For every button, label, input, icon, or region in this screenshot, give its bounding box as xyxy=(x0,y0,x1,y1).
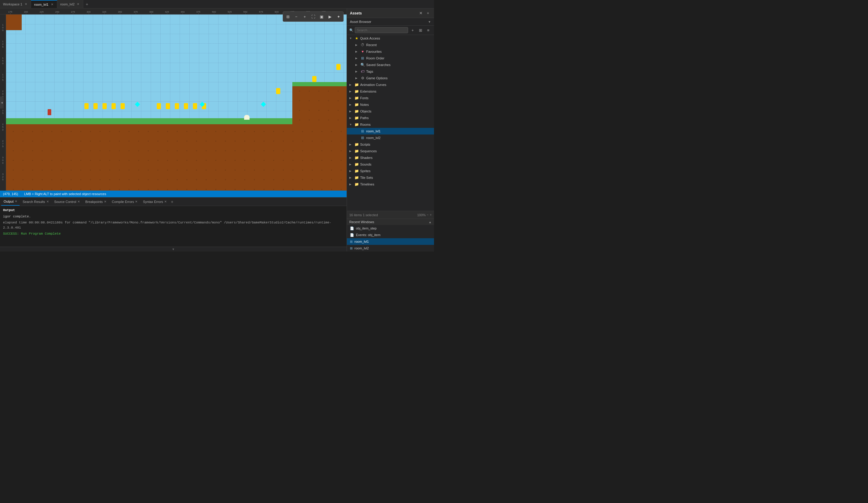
zoom-in-sidebar-btn[interactable]: + xyxy=(430,213,432,216)
tree-item-tags[interactable]: ▶ 🏷 Tags xyxy=(347,68,434,75)
timelines-folder-icon: 📁 xyxy=(354,182,359,186)
tree-item-room-order[interactable]: ▶ ⊞ Room Order xyxy=(347,55,434,62)
fullscreen-button[interactable]: ✦ xyxy=(334,13,342,21)
panel-tab-add[interactable]: + xyxy=(170,199,175,204)
ruler-tick: 275 xyxy=(65,11,81,14)
objects-folder-icon: 📁 xyxy=(354,109,359,113)
tree-item-sounds[interactable]: ▶ 📁 Sounds xyxy=(347,161,434,168)
notes-chevron: ▶ xyxy=(349,103,353,106)
tree-item-extensions[interactable]: ▶ 📁 Extensions xyxy=(347,88,434,95)
timelines-chevron: ▶ xyxy=(349,183,353,186)
tab-room-lvl1[interactable]: room_lvl1 ✕ xyxy=(31,0,57,8)
tree-item-favourites[interactable]: ▶ ♥ Favourites xyxy=(347,48,434,55)
sidebar-header: Assets ✕ + xyxy=(347,9,434,18)
panel-tabs: Output ✕ Search Results ✕ Source Control… xyxy=(0,197,347,206)
panel-tab-breakpoints[interactable]: Breakpoints ✕ xyxy=(83,197,109,206)
search-input[interactable] xyxy=(355,27,408,33)
tree-item-objects[interactable]: ▶ 📁 Objects xyxy=(347,108,434,115)
recent-room-lvl1-label: room_lvl1 xyxy=(354,240,369,243)
tree-item-fonts[interactable]: ▶ 📁 Fonts xyxy=(347,95,434,101)
tree-item-rooms[interactable]: ▼ 📁 Rooms xyxy=(347,121,434,128)
zoom-out-sidebar-btn[interactable]: − xyxy=(427,213,428,216)
output-line3: elapsed time 00:00:08.0421160s for comma… xyxy=(3,220,344,230)
tree-item-notes[interactable]: ▶ 📁 Notes xyxy=(347,101,434,108)
tile-sets-chevron: ▶ xyxy=(349,176,353,179)
panel-tab-search[interactable]: Search Results ✕ xyxy=(20,197,51,206)
search-menu-button[interactable]: ≡ xyxy=(425,27,432,33)
game-options-label: Game Options xyxy=(366,76,434,80)
tree-item-timelines[interactable]: ▶ 📁 Timelines xyxy=(347,181,434,187)
panel-tab-syntax[interactable]: Syntax Errors ✕ xyxy=(141,197,169,206)
output-line2: igor complete. xyxy=(3,214,344,219)
panel-tab-output[interactable]: Output ✕ xyxy=(1,197,20,206)
panel-tab-syntax-close[interactable]: ✕ xyxy=(164,200,167,203)
tree-item-paths[interactable]: ▶ 📁 Paths xyxy=(347,115,434,121)
tree-item-quick-access[interactable]: ▼ ★ Quick Access xyxy=(347,35,434,42)
panel-tab-output-close[interactable]: ✕ xyxy=(15,199,17,203)
play-button[interactable]: ▶ xyxy=(326,13,334,21)
sidebar-add-button[interactable]: + xyxy=(425,10,431,16)
tree-item-sequences[interactable]: ▶ 📁 Sequences xyxy=(347,148,434,154)
asset-browser-header[interactable]: Asset Browser ▼ xyxy=(347,18,434,25)
tree-item-room-lvl2[interactable]: ⊞ room_lvl2 xyxy=(347,134,434,141)
recent-room-lvl2-icon: ⊞ xyxy=(350,246,353,250)
coin-10 xyxy=(193,103,197,109)
zoom-level: 100% xyxy=(417,213,426,217)
zoom-out-button[interactable]: − xyxy=(292,13,300,21)
zoom-in-button[interactable]: + xyxy=(301,13,309,21)
recent-windows-header[interactable]: Recent Windows ▲ xyxy=(347,219,434,225)
tree-item-animation-curves[interactable]: ▶ 📁 Animation Curves xyxy=(347,81,434,88)
ruler-tick: 575 xyxy=(253,11,269,14)
tab-room-lvl2-close[interactable]: ✕ xyxy=(76,2,80,6)
coin-8 xyxy=(175,103,179,109)
tree-item-tile-sets[interactable]: ▶ 📁 Tile Sets xyxy=(347,174,434,181)
tree-item-sprites[interactable]: ▶ 📁 Sprites xyxy=(347,168,434,174)
tree-item-saved-searches[interactable]: ▶ 🔍 Saved Searches xyxy=(347,62,434,68)
search-icon: 🔍 xyxy=(349,28,353,32)
ruler-tick: 525 xyxy=(222,11,238,14)
tab-workspace1[interactable]: Workspace 1 ✕ xyxy=(0,0,31,8)
grid-toggle-button[interactable]: ⊞ xyxy=(284,13,292,21)
snap-button[interactable]: ▣ xyxy=(318,13,326,21)
panel-tab-source-close[interactable]: ✕ xyxy=(78,200,80,203)
tree-item-room-lvl1[interactable]: ⊞ room_lvl1 xyxy=(347,128,434,134)
panel-tab-compile-close[interactable]: ✕ xyxy=(135,200,137,203)
recent-item-events[interactable]: 📄 Events: obj_item xyxy=(347,232,434,238)
cursor-coords: (479, 145) xyxy=(3,192,18,196)
panel-tab-break-close[interactable]: ✕ xyxy=(104,200,106,203)
tab-add-button[interactable]: + xyxy=(83,2,90,7)
status-bar: (479, 145) LMB + Right ALT to paint with… xyxy=(0,191,347,197)
recent-item-obj-step-label: obj_item_step xyxy=(356,226,377,230)
tree-item-shaders[interactable]: ▶ 📁 Shaders xyxy=(347,154,434,161)
favourites-heart-icon: ♥ xyxy=(360,50,365,54)
left-collapse-btn[interactable]: ◀ xyxy=(0,96,3,109)
sidebar-close-button[interactable]: ✕ xyxy=(418,10,424,16)
coin-high-2 xyxy=(312,76,317,82)
search-add-button[interactable]: + xyxy=(409,27,416,33)
tab-room-lvl1-close[interactable]: ✕ xyxy=(50,3,54,6)
room-order-label: Room Order xyxy=(366,57,434,60)
search-filter-button[interactable]: ⊞ xyxy=(417,27,424,33)
tree-item-game-options[interactable]: ▶ ⚙ Game Options xyxy=(347,75,434,81)
recent-item-room-lvl1[interactable]: ⊞ room_lvl1 xyxy=(347,238,434,245)
ruler-tick: 325 xyxy=(96,11,112,14)
tree-item-scripts[interactable]: ▶ 📁 Scripts xyxy=(347,141,434,148)
recent-item-obj-step[interactable]: 📄 obj_item_step xyxy=(347,225,434,232)
rooms-folder-icon: 📁 xyxy=(354,122,359,127)
sequences-label: Sequences xyxy=(360,149,434,153)
status-hint: LMB + Right ALT to paint with selected o… xyxy=(24,192,106,196)
tree-item-recent[interactable]: ▶ ⏱ Recent xyxy=(347,42,434,48)
panel-tab-source-control[interactable]: Source Control ✕ xyxy=(52,197,82,206)
fit-button[interactable]: ⛶ xyxy=(309,13,317,21)
viewport[interactable]: 100 125 150 175 200 225 250 275 300 325 xyxy=(0,14,347,191)
sprites-chevron: ▶ xyxy=(349,170,353,173)
tab-room-lvl2[interactable]: room_lvl2 ✕ xyxy=(57,0,83,8)
recent-item-room-lvl2[interactable]: ⊞ room_lvl2 xyxy=(347,245,434,252)
panel-tab-compile-label: Compile Errors xyxy=(112,200,134,204)
panel-tab-compile[interactable]: Compile Errors ✕ xyxy=(110,197,140,206)
saved-searches-label: Saved Searches xyxy=(366,63,434,66)
panel-tab-search-close[interactable]: ✕ xyxy=(46,200,49,203)
tab-workspace1-close[interactable]: ✕ xyxy=(24,2,28,6)
game-canvas[interactable] xyxy=(6,14,347,191)
recent-item-events-icon: 📄 xyxy=(350,233,354,237)
